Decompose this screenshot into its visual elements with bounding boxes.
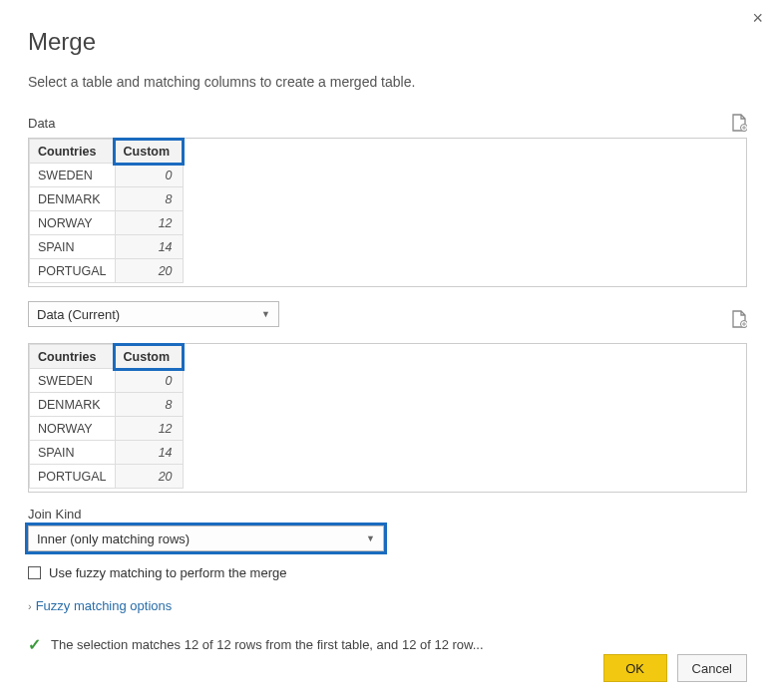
cell-custom: 12: [115, 417, 183, 441]
column-header-custom[interactable]: Custom: [115, 345, 183, 369]
table-row[interactable]: DENMARK8: [30, 393, 184, 417]
table-row[interactable]: SPAIN14: [30, 235, 184, 259]
table-row[interactable]: DENMARK8: [30, 187, 184, 211]
status-text: The selection matches 12 of 12 rows from…: [51, 637, 484, 652]
cell-country: DENMARK: [30, 393, 116, 417]
table-row[interactable]: SWEDEN0: [30, 369, 184, 393]
table-row[interactable]: NORWAY12: [30, 417, 184, 441]
chevron-down-icon: ▼: [366, 533, 375, 543]
table-row[interactable]: PORTUGAL20: [30, 465, 184, 489]
dialog-title: Merge: [28, 28, 747, 56]
cell-country: SWEDEN: [30, 369, 116, 393]
cancel-button[interactable]: Cancel: [677, 654, 747, 682]
fuzzy-checkbox[interactable]: [28, 566, 41, 579]
cell-country: SWEDEN: [30, 164, 116, 187]
close-icon[interactable]: ×: [752, 8, 763, 29]
column-header-countries[interactable]: Countries: [30, 345, 116, 369]
fuzzy-options-expander[interactable]: › Fuzzy matching options: [28, 598, 747, 613]
join-kind-dropdown[interactable]: Inner (only matching rows) ▼: [28, 525, 384, 551]
cell-custom: 12: [115, 211, 183, 235]
cell-custom: 0: [115, 369, 183, 393]
table-row[interactable]: SWEDEN0: [30, 164, 184, 187]
checkmark-icon: ✓: [28, 635, 41, 654]
table-row[interactable]: SPAIN14: [30, 441, 184, 465]
table2-preview: Countries Custom SWEDEN0 DENMARK8 NORWAY…: [28, 343, 747, 493]
table1-label: Data: [28, 116, 55, 131]
table-row[interactable]: PORTUGAL20: [30, 259, 184, 283]
cell-custom: 14: [115, 441, 183, 465]
cell-country: SPAIN: [30, 441, 116, 465]
chevron-down-icon: ▼: [261, 309, 270, 319]
dialog-subtitle: Select a table and matching columns to c…: [28, 74, 747, 90]
cell-custom: 8: [115, 393, 183, 417]
table-header-row: Countries Custom: [30, 140, 184, 164]
column-header-custom[interactable]: Custom: [115, 140, 183, 164]
cell-custom: 0: [115, 164, 183, 187]
column-header-countries[interactable]: Countries: [30, 140, 116, 164]
cell-country: PORTUGAL: [30, 259, 116, 283]
table2-selector-value: Data (Current): [37, 307, 120, 322]
chevron-right-icon: ›: [28, 600, 32, 612]
join-kind-label: Join Kind: [28, 507, 747, 522]
cell-country: PORTUGAL: [30, 465, 116, 489]
cell-custom: 20: [115, 259, 183, 283]
table1-preview: Countries Custom SWEDEN0 DENMARK8 NORWAY…: [28, 138, 747, 287]
table-header-row: Countries Custom: [30, 345, 184, 369]
cell-country: NORWAY: [30, 211, 116, 235]
cell-custom: 14: [115, 235, 183, 259]
sheet-options-icon[interactable]: [732, 114, 747, 132]
cell-country: NORWAY: [30, 417, 116, 441]
cell-custom: 20: [115, 465, 183, 489]
table-row[interactable]: NORWAY12: [30, 211, 184, 235]
cell-country: DENMARK: [30, 187, 116, 211]
fuzzy-options-label: Fuzzy matching options: [36, 598, 173, 613]
sheet-options-icon[interactable]: [732, 310, 747, 328]
table2-selector-dropdown[interactable]: Data (Current) ▼: [28, 301, 279, 327]
cell-country: SPAIN: [30, 235, 116, 259]
fuzzy-checkbox-label: Use fuzzy matching to perform the merge: [49, 565, 286, 580]
ok-button[interactable]: OK: [603, 654, 667, 682]
cell-custom: 8: [115, 187, 183, 211]
join-kind-value: Inner (only matching rows): [37, 531, 190, 546]
